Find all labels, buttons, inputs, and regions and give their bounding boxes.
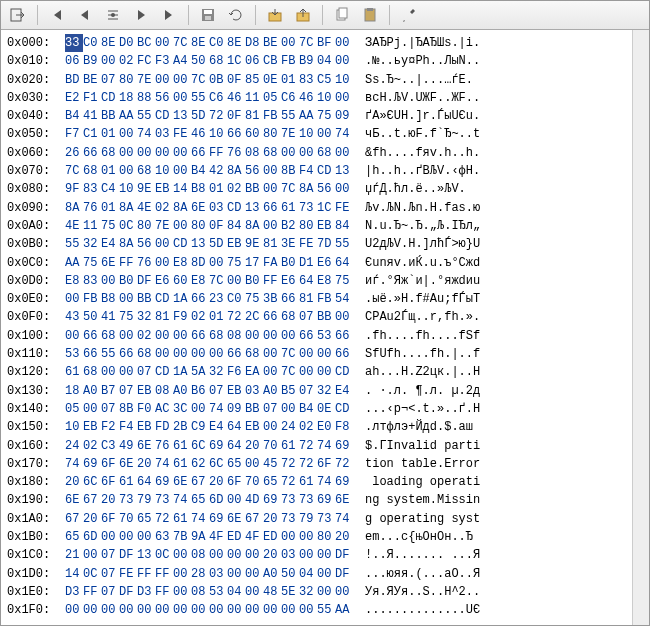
hex-bytes[interactable]: 5366556668000000006668007C000066 bbox=[65, 345, 353, 363]
byte[interactable]: B9 bbox=[83, 52, 101, 70]
byte[interactable]: 10 bbox=[155, 162, 173, 180]
ascii[interactable]: Уя.ЯУя..S..H^2.. bbox=[365, 583, 480, 601]
byte[interactable]: 01 bbox=[281, 71, 299, 89]
byte[interactable]: 6F bbox=[317, 455, 335, 473]
byte[interactable]: 20 bbox=[263, 510, 281, 528]
byte[interactable]: 13 bbox=[137, 546, 155, 564]
byte[interactable]: 68 bbox=[137, 162, 155, 180]
byte[interactable]: 00 bbox=[299, 144, 317, 162]
byte[interactable]: 00 bbox=[173, 546, 191, 564]
byte[interactable]: 55 bbox=[281, 107, 299, 125]
byte[interactable]: 64 bbox=[227, 418, 245, 436]
byte[interactable]: BB bbox=[137, 290, 155, 308]
byte[interactable]: 75 bbox=[245, 290, 263, 308]
byte[interactable]: 0F bbox=[227, 107, 245, 125]
byte[interactable]: 00 bbox=[155, 235, 173, 253]
byte[interactable]: 09 bbox=[335, 107, 353, 125]
byte[interactable]: 00 bbox=[317, 565, 335, 583]
ascii[interactable]: em...c{њOнOн..Ђ bbox=[365, 528, 480, 546]
hex-row[interactable]: 0x040:B441BBAA55CD135D720F81FB55AA7509ґА… bbox=[7, 107, 626, 125]
byte[interactable]: 68 bbox=[137, 345, 155, 363]
byte[interactable]: 74 bbox=[191, 510, 209, 528]
byte[interactable]: 00 bbox=[101, 528, 119, 546]
hex-bytes[interactable]: BDBE07807E00007C0B0F850E0183C510 bbox=[65, 71, 353, 89]
byte[interactable]: 00 bbox=[299, 546, 317, 564]
byte[interactable]: 74 bbox=[155, 455, 173, 473]
prev-icon[interactable] bbox=[72, 3, 98, 27]
byte[interactable]: 61 bbox=[119, 473, 137, 491]
hex-bytes[interactable]: 0500078BF0AC3C007409BB0700B40ECD bbox=[65, 400, 353, 418]
byte[interactable]: 00 bbox=[245, 565, 263, 583]
byte[interactable]: 3E bbox=[281, 235, 299, 253]
hex-row[interactable]: 0x1E0:D3FF07DFD3FF0008530400485E320000Уя… bbox=[7, 583, 626, 601]
byte[interactable]: 50 bbox=[83, 308, 101, 326]
byte[interactable]: 00 bbox=[263, 327, 281, 345]
byte[interactable]: 6E bbox=[101, 254, 119, 272]
byte[interactable]: 08 bbox=[191, 546, 209, 564]
byte[interactable]: 00 bbox=[173, 162, 191, 180]
byte[interactable]: 11 bbox=[245, 89, 263, 107]
byte[interactable]: 04 bbox=[317, 52, 335, 70]
hex-bytes[interactable]: 00FBB800BBCD1A6623C0753B6681FB54 bbox=[65, 290, 353, 308]
hex-row[interactable]: 0x160:2402C3496E76616C6964207061727469$.… bbox=[7, 437, 626, 455]
byte[interactable]: 76 bbox=[227, 144, 245, 162]
byte[interactable]: 01 bbox=[209, 180, 227, 198]
byte[interactable]: 18 bbox=[119, 89, 137, 107]
byte[interactable]: CD bbox=[155, 107, 173, 125]
byte[interactable]: 8A bbox=[245, 217, 263, 235]
byte[interactable]: 69 bbox=[83, 455, 101, 473]
byte[interactable]: 72 bbox=[299, 455, 317, 473]
byte[interactable]: 9A bbox=[191, 528, 209, 546]
byte[interactable]: 00 bbox=[119, 162, 137, 180]
byte[interactable]: DF bbox=[137, 272, 155, 290]
ascii[interactable]: N.u.Ђ~.Ђ.„Љ.ІЂл„ bbox=[365, 217, 480, 235]
byte[interactable]: 55 bbox=[335, 235, 353, 253]
byte[interactable]: 20 bbox=[65, 473, 83, 491]
byte[interactable]: 69 bbox=[155, 473, 173, 491]
byte[interactable]: 67 bbox=[65, 510, 83, 528]
byte[interactable]: E4 bbox=[209, 418, 227, 436]
byte[interactable]: C6 bbox=[281, 89, 299, 107]
hex-bytes[interactable]: 9F83C4109EEB14B80102BB007C8A5600 bbox=[65, 180, 353, 198]
byte[interactable]: 09 bbox=[227, 400, 245, 418]
byte[interactable]: 03 bbox=[245, 382, 263, 400]
byte[interactable]: 00 bbox=[209, 254, 227, 272]
byte[interactable]: 53 bbox=[317, 327, 335, 345]
ascii[interactable]: CPAu2Ѓщ..r,fh.». bbox=[365, 308, 480, 326]
byte[interactable]: E6 bbox=[155, 272, 173, 290]
byte[interactable]: 00 bbox=[101, 272, 119, 290]
byte[interactable]: 06 bbox=[65, 52, 83, 70]
byte[interactable]: 00 bbox=[137, 601, 155, 619]
byte[interactable]: 66 bbox=[227, 125, 245, 143]
byte[interactable]: 61 bbox=[173, 437, 191, 455]
byte[interactable]: 00 bbox=[209, 601, 227, 619]
hex-bytes[interactable]: 000000000000000000000000000055AA bbox=[65, 601, 353, 619]
ascii[interactable]: . ·.л. ¶.л. µ.2д bbox=[365, 382, 480, 400]
byte[interactable]: 00 bbox=[83, 400, 101, 418]
hex-bytes[interactable]: 8A76018A4E028A6E03CD136661731CFE bbox=[65, 199, 353, 217]
byte[interactable]: 20 bbox=[245, 437, 263, 455]
byte[interactable]: 74 bbox=[209, 400, 227, 418]
byte[interactable]: E4 bbox=[101, 235, 119, 253]
byte[interactable]: 7B bbox=[173, 528, 191, 546]
byte[interactable]: 68 bbox=[317, 144, 335, 162]
byte[interactable]: C0 bbox=[83, 34, 101, 52]
byte[interactable]: 66 bbox=[227, 345, 245, 363]
byte[interactable]: D8 bbox=[245, 34, 263, 52]
byte[interactable]: 3C bbox=[173, 400, 191, 418]
byte[interactable]: 50 bbox=[281, 565, 299, 583]
byte[interactable]: 21 bbox=[65, 546, 83, 564]
byte[interactable]: 02 bbox=[155, 199, 173, 217]
byte[interactable]: 07 bbox=[209, 382, 227, 400]
hex-row[interactable]: 0x0E0:00FBB800BBCD1A6623C0753B6681FB54.ы… bbox=[7, 290, 626, 308]
byte[interactable]: C0 bbox=[227, 290, 245, 308]
byte[interactable]: 8A bbox=[65, 199, 83, 217]
byte[interactable]: D3 bbox=[65, 583, 83, 601]
byte[interactable]: C0 bbox=[209, 34, 227, 52]
byte[interactable]: B0 bbox=[281, 254, 299, 272]
byte[interactable]: 75 bbox=[101, 217, 119, 235]
byte[interactable]: 00 bbox=[83, 546, 101, 564]
ascii[interactable]: ...юяя.(...аO..Я bbox=[365, 565, 480, 583]
ascii[interactable]: Ss.Ђ~..|...…ѓЕ. bbox=[365, 71, 473, 89]
byte[interactable]: 6C bbox=[191, 437, 209, 455]
